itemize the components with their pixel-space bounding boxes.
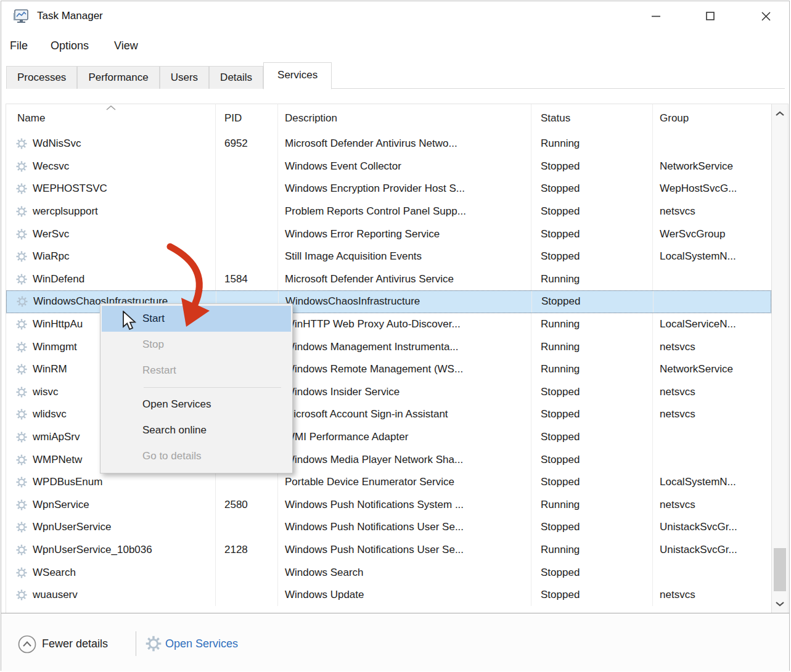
service-status: Stopped: [532, 291, 654, 313]
service-gear-icon: [16, 409, 27, 420]
service-status: Stopped: [531, 516, 653, 539]
table-row[interactable]: WpnUserService Windows Push Notification…: [6, 516, 771, 539]
table-row[interactable]: WiaRpc Still Image Acquisition Events St…: [6, 245, 771, 268]
service-gear-icon: [16, 251, 27, 262]
menu-bar: FileOptionsView: [1, 33, 789, 58]
tab-details[interactable]: Details: [209, 66, 263, 89]
service-group: netsvcs: [653, 494, 771, 517]
service-name: WpnUserService_10b036: [33, 544, 152, 556]
tab-performance[interactable]: Performance: [77, 66, 159, 89]
service-status: Stopped: [531, 561, 653, 584]
table-row[interactable]: WSearch Windows Search Stopped: [6, 561, 771, 584]
service-name: WdNisSvc: [33, 137, 81, 150]
menubar-item-options[interactable]: Options: [51, 33, 89, 58]
service-pid: 2128: [216, 539, 278, 562]
table-row[interactable]: WEPHOSTSVC Windows Encryption Provider H…: [6, 178, 771, 200]
service-group: [653, 426, 771, 449]
tab-processes[interactable]: Processes: [6, 66, 77, 89]
window-title: Task Manager: [37, 10, 103, 22]
service-name: wercplsupport: [33, 205, 98, 218]
service-description: Portable Device Enumerator Service: [278, 471, 531, 494]
table-row[interactable]: WdNisSvc 6952 Microsoft Defender Antivir…: [6, 133, 771, 155]
column-header-pid[interactable]: PID: [216, 104, 278, 133]
service-gear-icon: [16, 161, 27, 172]
service-gear-icon: [16, 138, 27, 149]
service-description: Windows Error Reporting Service: [278, 223, 531, 245]
table-row[interactable]: wercplsupport Problem Reports Control Pa…: [6, 200, 771, 223]
table-row[interactable]: WpnUserService_10b036 2128 Windows Push …: [6, 539, 771, 562]
task-manager-icon: [12, 8, 30, 25]
fewer-details-toggle[interactable]: Fewer details: [42, 637, 108, 650]
service-description: Microsoft Account Sign-in Assistant: [278, 403, 531, 426]
service-group: LocalSystemN...: [653, 471, 771, 494]
service-status: Stopped: [531, 471, 653, 494]
menu-item-start[interactable]: Start: [102, 306, 291, 332]
scroll-down-button[interactable]: [772, 596, 788, 612]
service-group: netsvcs: [653, 335, 771, 358]
service-pid: 2580: [216, 494, 278, 517]
service-description: Windows Push Notifications System ...: [278, 494, 531, 517]
service-group: NetworkService: [653, 358, 771, 381]
service-pid: 6952: [216, 133, 278, 155]
service-name: wuauserv: [33, 589, 78, 601]
menu-item-open-services[interactable]: Open Services: [102, 391, 291, 417]
service-group: netsvcs: [653, 200, 771, 223]
service-gear-icon: [16, 342, 27, 353]
service-gear-icon: [16, 319, 27, 330]
column-header-status[interactable]: Status: [531, 104, 653, 133]
scroll-up-button[interactable]: [772, 105, 788, 121]
service-description: Windows Event Collector: [278, 155, 531, 178]
menubar-item-view[interactable]: View: [114, 33, 138, 58]
tab-services[interactable]: Services: [263, 62, 332, 89]
service-name: WinDefend: [33, 273, 84, 285]
table-row[interactable]: wuauserv Windows Update Stopped netsvcs: [6, 584, 771, 607]
service-status: Running: [531, 494, 653, 517]
service-description: Windows Remote Management (WS...: [278, 358, 531, 381]
service-gear-icon: [16, 206, 27, 217]
service-description: Windows Update: [278, 584, 531, 607]
service-pid: 1584: [216, 268, 278, 291]
service-name: WSearch: [33, 567, 76, 579]
maximize-button[interactable]: [695, 5, 725, 27]
service-group: netsvcs: [653, 403, 771, 426]
service-description: Windows Management Instrumenta...: [278, 335, 531, 358]
service-pid: [216, 471, 278, 494]
service-description: Problem Reports Control Panel Supp...: [278, 200, 531, 223]
menubar-item-file[interactable]: File: [10, 33, 28, 58]
table-row[interactable]: WpnService 2580 Windows Push Notificatio…: [6, 494, 771, 517]
scrollbar-thumb[interactable]: [774, 548, 786, 591]
tab-users[interactable]: Users: [160, 66, 209, 89]
title-bar: Task Manager: [1, 1, 789, 32]
service-gear-icon: [16, 544, 27, 555]
table-row[interactable]: WPDBusEnum Portable Device Enumerator Se…: [6, 471, 771, 494]
service-pid: [216, 245, 278, 268]
table-row[interactable]: WerSvc Windows Error Reporting Service S…: [6, 223, 771, 245]
service-pid: [216, 178, 278, 200]
service-gear-icon: [16, 183, 27, 194]
menu-item-search-online[interactable]: Search online: [102, 417, 291, 443]
service-description: Windows Push Notifications User Se...: [278, 539, 531, 562]
service-pid: [216, 584, 278, 607]
column-header-description[interactable]: Description: [278, 104, 531, 133]
service-group: WepHostSvcG...: [653, 178, 771, 200]
table-row[interactable]: Wecsvc Windows Event Collector Stopped N…: [6, 155, 771, 178]
task-manager-screenshot: Task Manager FileOptionsView ProcessesPe…: [0, 0, 791, 672]
service-status: Running: [531, 313, 653, 336]
vertical-scrollbar[interactable]: [771, 104, 788, 613]
column-header-group[interactable]: Group: [653, 104, 771, 133]
open-services-gear-icon: [145, 636, 162, 652]
service-pid: [216, 155, 278, 178]
service-gear-icon: [16, 432, 27, 443]
table-header: Name PID Description Status Group: [6, 104, 771, 133]
close-button[interactable]: [751, 5, 781, 27]
open-services-link[interactable]: Open Services: [165, 637, 238, 650]
service-status: Stopped: [531, 426, 653, 449]
service-gear-icon: [16, 274, 27, 285]
service-gear-icon: [16, 522, 27, 533]
service-name: WinRM: [33, 363, 67, 375]
minimize-button[interactable]: [641, 5, 671, 27]
service-status: Stopped: [531, 584, 653, 607]
table-row[interactable]: WinDefend 1584 Microsoft Defender Antivi…: [6, 268, 771, 291]
service-pid: [216, 516, 278, 539]
service-group: NetworkService: [653, 155, 771, 178]
